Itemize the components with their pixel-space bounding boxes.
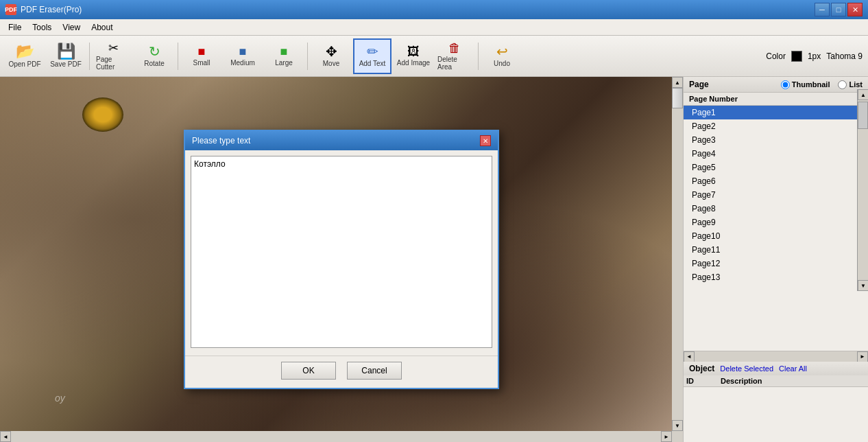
title-bar: PDF PDF Eraser(Pro) ─ □ ✕ xyxy=(0,0,868,19)
large-label: Large xyxy=(275,59,293,67)
scroll-right-button[interactable]: ► xyxy=(661,431,672,442)
menu-file[interactable]: File xyxy=(3,21,27,34)
color-swatch[interactable] xyxy=(791,51,802,62)
page-number-header: Page Number xyxy=(684,93,868,106)
dialog-ok-button[interactable]: OK xyxy=(281,362,336,380)
page-list-item[interactable]: Page8 xyxy=(684,202,868,216)
canvas-vscrollbar[interactable]: ▲ ▼ xyxy=(672,77,683,431)
page-hscroll-track[interactable] xyxy=(695,351,857,362)
page-hscroll-left[interactable]: ◄ xyxy=(684,351,695,362)
dialog-title-bar: Please type text ✕ xyxy=(185,131,498,150)
medium-button[interactable]: ■ Medium xyxy=(224,38,262,74)
move-icon: ✥ xyxy=(326,45,337,58)
panel-scroll-thumb[interactable] xyxy=(858,102,868,129)
add-text-label: Add Text xyxy=(359,60,386,67)
add-image-button[interactable]: 🖼 Add Image xyxy=(394,38,433,74)
page-section-title: Page xyxy=(689,80,709,89)
page-cutter-icon: ✂ xyxy=(108,42,119,54)
panel-scroll-up[interactable]: ▲ xyxy=(858,93,868,100)
main-area: oy ▲ ▼ ◄ ► Please type text ✕ Котэлло xyxy=(0,77,868,442)
font-label: Tahoma 9 xyxy=(826,51,863,61)
page-list-item[interactable]: Page5 xyxy=(684,161,868,174)
scroll-thumb-v[interactable] xyxy=(672,88,683,108)
page-list-item[interactable]: Page12 xyxy=(684,257,868,270)
thumbnail-option[interactable]: Thumbnail xyxy=(781,80,830,89)
large-icon: ■ xyxy=(280,45,288,58)
page-list[interactable]: Page1Page2Page3Page4Page5Page6Page7Page8… xyxy=(684,106,868,351)
menu-tools[interactable]: Tools xyxy=(27,21,57,34)
scroll-down-button[interactable]: ▼ xyxy=(672,420,683,431)
thumbnail-radio[interactable] xyxy=(781,80,790,89)
panel-scroll-down[interactable]: ▼ xyxy=(858,280,868,291)
page-list-item[interactable]: Page4 xyxy=(684,147,868,161)
close-button[interactable]: ✕ xyxy=(847,3,863,16)
page-list-item[interactable]: Page7 xyxy=(684,188,868,202)
add-text-button[interactable]: ✏ Add Text xyxy=(353,38,391,74)
page-list-item[interactable]: Page6 xyxy=(684,174,868,188)
save-pdf-label: Save PDF xyxy=(50,60,82,68)
page-section-header: Page Thumbnail List xyxy=(684,77,868,92)
separator-3 xyxy=(307,43,308,70)
separator-2 xyxy=(178,43,178,70)
thumbnail-label: Thumbnail xyxy=(792,80,830,89)
page-list-item[interactable]: Page11 xyxy=(684,243,868,257)
panel-vscrollbar[interactable]: ▲ ▼ xyxy=(857,93,868,291)
page-section: Page Thumbnail List xyxy=(684,77,868,93)
add-image-label: Add Image xyxy=(397,59,430,67)
toolbar: 📂 Open PDF 💾 Save PDF ✂ Page Cutter ↻ Ro… xyxy=(0,36,868,77)
hscroll-track[interactable] xyxy=(11,431,661,442)
move-button[interactable]: ✥ Move xyxy=(312,38,350,74)
save-pdf-button[interactable]: 💾 Save PDF xyxy=(47,38,85,74)
open-pdf-label: Open PDF xyxy=(8,60,40,68)
dialog-cancel-button[interactable]: Cancel xyxy=(347,362,402,380)
canvas-hscrollbar[interactable]: ◄ ► xyxy=(0,431,672,442)
undo-icon: ↩ xyxy=(496,45,508,58)
undo-button[interactable]: ↩ Undo xyxy=(483,38,521,74)
scroll-left-button[interactable]: ◄ xyxy=(0,431,11,442)
page-list-item[interactable]: Page1 xyxy=(684,106,868,119)
menu-bar: File Tools View About xyxy=(0,19,868,36)
size-label: 1px xyxy=(808,51,821,61)
open-pdf-button[interactable]: 📂 Open PDF xyxy=(5,38,44,74)
separator-1 xyxy=(89,43,90,70)
page-cutter-label: Page Cutter xyxy=(96,56,130,71)
page-list-item[interactable]: Page13 xyxy=(684,270,868,284)
clear-all-link[interactable]: Clear All xyxy=(779,364,807,373)
list-radio[interactable] xyxy=(838,80,847,89)
page-hscroll-right[interactable]: ► xyxy=(857,351,868,362)
desc-column-header: Description xyxy=(721,377,865,385)
delete-selected-link[interactable]: Delete Selected xyxy=(720,364,773,373)
page-list-item[interactable]: Page2 xyxy=(684,119,868,133)
list-option[interactable]: List xyxy=(838,80,863,89)
page-cutter-button[interactable]: ✂ Page Cutter xyxy=(94,38,132,74)
id-column-header: ID xyxy=(686,377,721,385)
scroll-up-button[interactable]: ▲ xyxy=(672,77,683,88)
dialog-text-input[interactable]: Котэлло xyxy=(191,156,492,348)
object-section-title: Object xyxy=(689,364,714,373)
rotate-button[interactable]: ↻ Rotate xyxy=(135,38,173,74)
object-section-header: Object Delete Selected Clear All xyxy=(684,362,868,375)
object-section: Object Delete Selected Clear All ID Desc… xyxy=(684,362,868,442)
maximize-button[interactable]: □ xyxy=(831,3,846,16)
minimize-button[interactable]: ─ xyxy=(815,3,830,16)
menu-about[interactable]: About xyxy=(86,21,118,34)
page-list-item[interactable]: Page10 xyxy=(684,229,868,243)
small-label: Small xyxy=(193,59,210,67)
save-pdf-icon: 💾 xyxy=(57,44,75,59)
menu-view[interactable]: View xyxy=(57,21,86,34)
page-list-item[interactable]: Page9 xyxy=(684,216,868,229)
delete-area-button[interactable]: 🗑 Delete Area xyxy=(435,38,474,74)
title-bar-controls[interactable]: ─ □ ✕ xyxy=(815,3,863,16)
small-button[interactable]: ■ Small xyxy=(182,38,221,74)
page-list-item[interactable]: Page3 xyxy=(684,133,868,147)
large-button[interactable]: ■ Large xyxy=(265,38,303,74)
delete-area-icon: 🗑 xyxy=(448,42,461,54)
color-label: Color xyxy=(766,51,786,61)
right-panel: Page Thumbnail List Page Number Page1 xyxy=(683,77,868,442)
dialog-close-button[interactable]: ✕ xyxy=(480,135,491,146)
delete-area-label: Delete Area xyxy=(437,56,472,71)
canvas-area[interactable]: oy ▲ ▼ ◄ ► Please type text ✕ Котэлло xyxy=(0,77,683,442)
page-list-hscroll[interactable]: ◄ ► xyxy=(684,351,868,362)
page-list-container: Page Number Page1Page2Page3Page4Page5Pag… xyxy=(684,93,868,362)
list-label: List xyxy=(849,80,863,89)
